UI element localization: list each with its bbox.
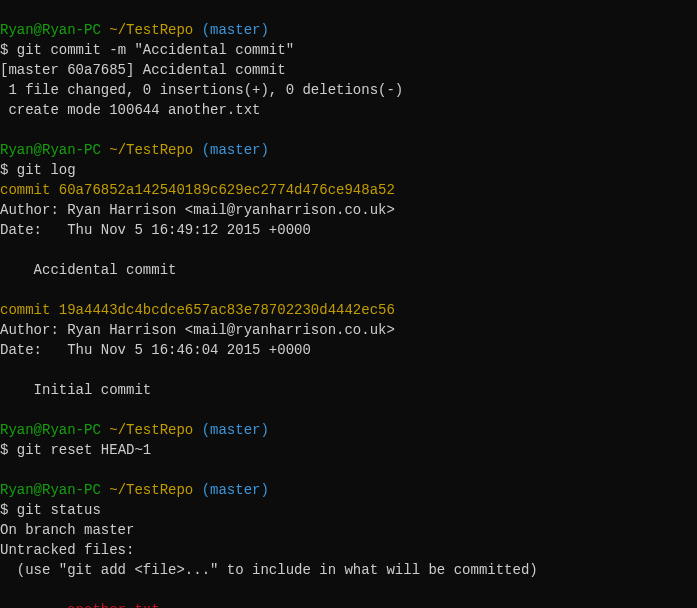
commit-prefix: commit (0, 302, 59, 318)
prompt-branch-open: ( (202, 22, 210, 38)
prompt-user: Ryan@Ryan-PC (0, 482, 101, 498)
prompt-line: Ryan@Ryan-PC ~/TestRepo (master) (0, 22, 269, 38)
commit-author: Author: Ryan Harrison <mail@ryanharrison… (0, 202, 395, 218)
terminal-output[interactable]: Ryan@Ryan-PC ~/TestRepo (master) $ git c… (0, 0, 697, 608)
prompt-branch: master (210, 22, 260, 38)
prompt-branch: master (210, 142, 260, 158)
output-line: 1 file changed, 0 insertions(+), 0 delet… (0, 82, 403, 98)
prompt-path: ~/TestRepo (109, 142, 193, 158)
prompt-branch: master (210, 482, 260, 498)
cmd-log: git log (17, 162, 76, 178)
output-line: (use "git add <file>..." to include in w… (0, 562, 538, 578)
prompt-path: ~/TestRepo (109, 482, 193, 498)
prompt-branch-close: ) (260, 422, 268, 438)
prompt-dollar: $ (0, 502, 8, 518)
prompt-line: Ryan@Ryan-PC ~/TestRepo (master) (0, 142, 269, 158)
commit-hash: 19a4443dc4bcdce657ac83e78702230d4442ec56 (59, 302, 395, 318)
prompt-branch-open: ( (202, 482, 210, 498)
prompt-user: Ryan@Ryan-PC (0, 142, 101, 158)
output-line: On branch master (0, 522, 134, 538)
prompt-branch-close: ) (260, 482, 268, 498)
cmd-commit: git commit -m "Accidental commit" (17, 42, 294, 58)
prompt-branch-close: ) (260, 22, 268, 38)
untracked-file-indent (0, 602, 67, 608)
output-line: [master 60a7685] Accidental commit (0, 62, 286, 78)
prompt-branch-open: ( (202, 142, 210, 158)
commit-date: Date: Thu Nov 5 16:46:04 2015 +0000 (0, 342, 311, 358)
prompt-path: ~/TestRepo (109, 422, 193, 438)
prompt-user: Ryan@Ryan-PC (0, 422, 101, 438)
commit-prefix: commit (0, 182, 59, 198)
untracked-file: another.txt (67, 602, 159, 608)
prompt-dollar: $ (0, 42, 8, 58)
output-line: create mode 100644 another.txt (0, 102, 260, 118)
prompt-dollar: $ (0, 442, 8, 458)
cmd-reset: git reset HEAD~1 (17, 442, 151, 458)
commit-message: Accidental commit (0, 262, 176, 278)
prompt-branch-close: ) (260, 142, 268, 158)
prompt-line: Ryan@Ryan-PC ~/TestRepo (master) (0, 482, 269, 498)
prompt-branch: master (210, 422, 260, 438)
commit-date: Date: Thu Nov 5 16:49:12 2015 +0000 (0, 222, 311, 238)
commit-author: Author: Ryan Harrison <mail@ryanharrison… (0, 322, 395, 338)
commit-hash: 60a76852a142540189c629ec2774d476ce948a52 (59, 182, 395, 198)
commit-message: Initial commit (0, 382, 151, 398)
cmd-status: git status (17, 502, 101, 518)
prompt-dollar: $ (0, 162, 8, 178)
prompt-branch-open: ( (202, 422, 210, 438)
prompt-user: Ryan@Ryan-PC (0, 22, 101, 38)
prompt-path: ~/TestRepo (109, 22, 193, 38)
prompt-line: Ryan@Ryan-PC ~/TestRepo (master) (0, 422, 269, 438)
output-line: Untracked files: (0, 542, 134, 558)
